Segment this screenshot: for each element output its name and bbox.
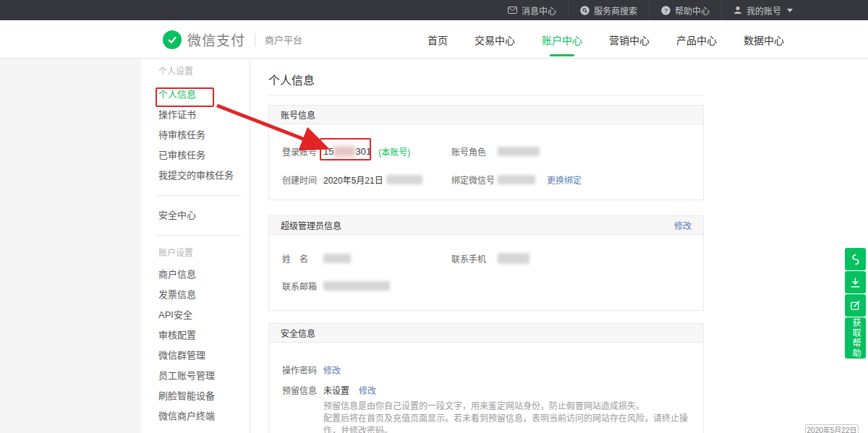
redacted-contact-email bbox=[323, 281, 390, 291]
nav-tab-marketing-center[interactable]: 营销中心 bbox=[609, 33, 650, 47]
sidebar-item-wechat-group-management[interactable]: 微信群管理 bbox=[141, 346, 250, 366]
nav-tab-data-center[interactable]: 数据中心 bbox=[744, 33, 784, 47]
account-row-2: 创建时间 2020年5月21日 绑定微信号 更换绑定 bbox=[282, 173, 692, 186]
nav-tab-account-center[interactable]: 账户中心 bbox=[542, 33, 582, 47]
title-divider bbox=[268, 95, 704, 96]
security-info-card: 安全信息 操作密码 修改 预留信息 未设置 修改 预留信息是由你自己设置的一段文… bbox=[268, 323, 704, 433]
download-button[interactable] bbox=[845, 271, 866, 293]
user-icon bbox=[733, 6, 742, 14]
topbar-item-my-account[interactable]: 我的账号 bbox=[721, 0, 804, 20]
topbar-item-service-provider-search[interactable]: 服务商搜索 bbox=[568, 0, 649, 20]
sidebar-divider bbox=[156, 235, 241, 236]
created-date: 2020年5月21日 bbox=[323, 173, 383, 186]
contact-email-label: 联系邮箱 bbox=[282, 280, 323, 292]
sidebar-item-review-config[interactable]: 审核配置 bbox=[141, 325, 250, 346]
header: 微信支付 商户平台 首页 交易中心 账户中心 营销中心 产品中心 数据中心 bbox=[0, 20, 868, 59]
security-row-2: 预留信息 未设置 修改 bbox=[282, 384, 692, 396]
reserved-info-label: 预留信息 bbox=[282, 384, 323, 396]
sidebar-section-account-settings: 账户设置 bbox=[141, 246, 250, 260]
nav-tab-home[interactable]: 首页 bbox=[427, 33, 448, 47]
wechat-pay-icon bbox=[163, 30, 182, 49]
brand-logo[interactable]: 微信支付 商户平台 bbox=[163, 20, 302, 59]
account-info-card-header: 账号信息 bbox=[269, 106, 703, 124]
security-row-1: 操作密码 修改 bbox=[282, 364, 692, 376]
current-account-tag: (本账号) bbox=[378, 145, 410, 158]
sidebar-item-wechat-merchant-terminal[interactable]: 微信商户终端 bbox=[141, 406, 250, 426]
login-account-value: 15 301 (本账号) bbox=[323, 145, 410, 158]
redacted-wechat-id bbox=[498, 175, 535, 184]
login-account-label: 登录账号 bbox=[282, 145, 323, 158]
sidebar-section-personal-settings: 个人设置 bbox=[141, 64, 250, 79]
login-account-suffix: 301 bbox=[355, 146, 371, 157]
sidebar-item-staff-account-management[interactable]: 员工账号管理 bbox=[141, 366, 250, 386]
sidebar-item-security-center[interactable]: 安全中心 bbox=[141, 205, 250, 226]
search-icon bbox=[580, 6, 590, 15]
edit-icon bbox=[850, 300, 861, 311]
tip-line: 预留信息是由你自己设置的一段文字，用来鉴定网站身份，防止假冒网站造成损失。 bbox=[323, 400, 703, 413]
svg-text:?: ? bbox=[664, 7, 668, 14]
edit-admin-link[interactable]: 修改 bbox=[674, 219, 692, 231]
brand-name: 微信支付 bbox=[187, 30, 245, 49]
main-nav: 首页 交易中心 账户中心 营销中心 产品中心 数据中心 bbox=[427, 20, 784, 59]
created-time-value: 2020年5月21日 bbox=[323, 173, 422, 186]
main-content: 个人信息 账号信息 登录账号 15 301 (本账号) 账号角色 bbox=[250, 59, 868, 433]
mail-icon bbox=[508, 7, 517, 14]
login-account-prefix: 15 bbox=[323, 146, 333, 157]
topbar-item-label: 消息中心 bbox=[522, 4, 556, 17]
security-info-card-header: 安全信息 bbox=[269, 324, 703, 343]
sidebar-item-personal-info[interactable]: 个人信息 bbox=[141, 85, 250, 105]
redacted-account-role bbox=[498, 147, 540, 156]
topbar-item-label: 服务商搜索 bbox=[594, 4, 637, 17]
card-title: 账号信息 bbox=[281, 108, 315, 121]
topbar-item-label: 我的账号 bbox=[746, 4, 781, 17]
floating-help-widget: 获取帮助 bbox=[845, 248, 866, 359]
account-info-card: 账号信息 登录账号 15 301 (本账号) 账号角色 bbox=[268, 105, 704, 200]
sidebar-item-pending-review-tasks[interactable]: 待审核任务 bbox=[141, 125, 250, 145]
page-left-gutter bbox=[0, 59, 141, 433]
operation-password-label: 操作密码 bbox=[282, 364, 323, 376]
sidebar-item-merchant-info[interactable]: 商户信息 bbox=[141, 265, 250, 285]
super-admin-card-header: 超级管理员信息 修改 bbox=[269, 216, 703, 235]
change-binding-link[interactable]: 更换绑定 bbox=[547, 173, 582, 186]
sidebar-item-invoice-info[interactable]: 发票信息 bbox=[141, 285, 250, 305]
topbar: 消息中心 服务商搜索 ? 帮助中心 我的账号 bbox=[0, 0, 868, 20]
sidebar-item-api-security[interactable]: API安全 bbox=[141, 305, 250, 325]
redacted-contact-phone bbox=[498, 253, 529, 264]
tip-line: 配置后将在首页及充值页面显示。若未看到预留信息，表明当前访问的网站存在风险，请终… bbox=[323, 413, 703, 433]
created-time-label: 创建时间 bbox=[282, 173, 323, 186]
chevron-down-icon bbox=[787, 9, 793, 12]
nav-tab-product-center[interactable]: 产品中心 bbox=[676, 33, 717, 47]
download-icon bbox=[850, 277, 861, 288]
page: 消息中心 服务商搜索 ? 帮助中心 我的账号 bbox=[0, 0, 868, 433]
edit-reserved-info-link[interactable]: 修改 bbox=[359, 384, 376, 396]
topbar-items: 消息中心 服务商搜索 ? 帮助中心 我的账号 bbox=[496, 0, 804, 20]
reserved-info-status: 未设置 bbox=[323, 384, 349, 396]
account-row-1: 登录账号 15 301 (本账号) 账号角色 bbox=[282, 145, 692, 158]
topbar-item-label: 帮助中心 bbox=[675, 4, 710, 17]
link-icon bbox=[850, 252, 861, 267]
nav-tab-transaction-center[interactable]: 交易中心 bbox=[475, 33, 515, 47]
sidebar: 个人设置 个人信息 操作证书 待审核任务 已审核任务 我提交的审核任务 安全中心… bbox=[141, 59, 250, 433]
portal-name: 商户平台 bbox=[265, 33, 302, 46]
edit-password-link[interactable]: 修改 bbox=[323, 364, 341, 376]
feedback-button[interactable] bbox=[845, 294, 866, 317]
bound-wechat-label: 绑定微信号 bbox=[451, 173, 498, 186]
sidebar-divider bbox=[156, 195, 241, 196]
card-title: 安全信息 bbox=[281, 327, 315, 339]
name-label: 姓 名 bbox=[282, 252, 323, 265]
admin-row-2: 联系邮箱 bbox=[282, 280, 692, 292]
card-title: 超级管理员信息 bbox=[281, 219, 341, 231]
get-help-button[interactable]: 获取帮助 bbox=[845, 317, 866, 359]
help-icon: ? bbox=[661, 6, 671, 15]
redacted-admin-name bbox=[323, 254, 351, 263]
sidebar-item-operation-certificate[interactable]: 操作证书 bbox=[141, 105, 250, 125]
sidebar-item-face-payment-devices[interactable]: 刷脸智能设备 bbox=[141, 386, 250, 406]
quick-link-button[interactable] bbox=[845, 248, 866, 270]
topbar-item-help-center[interactable]: ? 帮助中心 bbox=[649, 0, 721, 20]
account-role-label: 账号角色 bbox=[451, 145, 498, 158]
reserved-info-tips: 预留信息是由你自己设置的一段文字，用来鉴定网站身份，防止假冒网站造成损失。 配置… bbox=[323, 400, 703, 433]
super-admin-card: 超级管理员信息 修改 姓 名 联系手机 联系邮箱 bbox=[268, 215, 704, 311]
sidebar-item-reviewed-tasks[interactable]: 已审核任务 bbox=[141, 145, 250, 166]
topbar-item-message-center[interactable]: 消息中心 bbox=[496, 0, 568, 20]
sidebar-item-my-submitted-review-tasks[interactable]: 我提交的审核任务 bbox=[141, 166, 250, 186]
